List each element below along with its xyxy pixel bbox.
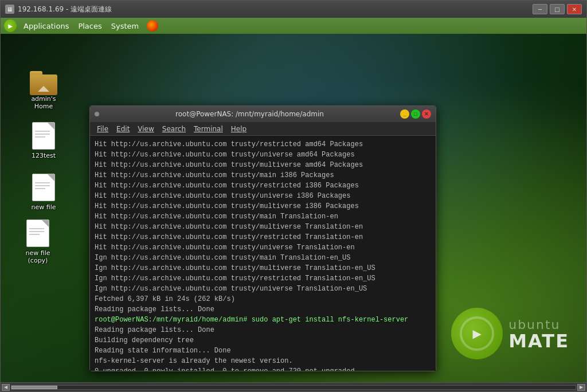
terminal-menu: File Edit View Search Terminal Help <box>90 122 436 136</box>
term-line-13: Ign http://us.archive.ubuntu.com trusty/… <box>95 273 431 284</box>
ubuntu-mate-logo: ▶ ubuntu MATE <box>451 308 569 359</box>
file-icon-newfile-copy-label: new file (copy) <box>17 249 58 264</box>
home-folder-icon <box>30 68 57 95</box>
scrollbar-area: ◀ ▶ <box>1 382 586 391</box>
term-line-12: Ign http://us.archive.ubuntu.com trusty/… <box>95 263 431 273</box>
scroll-right-button[interactable]: ▶ <box>577 384 585 391</box>
term-line-5: Hit http://us.archive.ubuntu.com trusty/… <box>95 191 431 201</box>
file-icon-newfile-label: new file <box>32 203 56 211</box>
terminal-title: root@PowerNAS: /mnt/myraid/home/admin <box>103 110 397 118</box>
file-icon-123test-label: 123test <box>32 152 56 159</box>
terminal-window: root@PowerNAS: /mnt/myraid/home/admin _ … <box>89 105 436 371</box>
maximize-button[interactable]: □ <box>550 4 565 14</box>
outer-window: 🖥 192.168.1.69 - 遠端桌面連線 ─ □ ✕ ▶ Applicat… <box>0 0 587 392</box>
mate-label: MATE <box>508 332 569 350</box>
term-line-21: nfs-kernel-server is already the newest … <box>95 356 431 366</box>
term-line-18: Reading package lists... Done <box>95 325 431 335</box>
term-line-17: root@PowerNAS:/mnt/myraid/home/admin# su… <box>95 315 431 325</box>
terminal-window-controls: _ □ ✕ <box>400 109 431 119</box>
term-line-14: Ign http://us.archive.ubuntu.com trusty/… <box>95 284 431 294</box>
scroll-track[interactable] <box>11 385 576 390</box>
terminal-menu-edit[interactable]: Edit <box>113 124 133 134</box>
title-bar-title: 192.168.1.69 - 遠端桌面連線 <box>18 5 112 14</box>
menu-bar: ▶ Applications Places System <box>1 18 586 34</box>
desktop-icon-123test[interactable]: 123test <box>21 120 66 162</box>
terminal-dot <box>95 112 99 116</box>
term-line-10: Hit http://us.archive.ubuntu.com trusty/… <box>95 242 431 253</box>
title-bar: 🖥 192.168.1.69 - 遠端桌面連線 ─ □ ✕ <box>1 1 586 18</box>
ubuntu-label: ubuntu <box>508 317 569 332</box>
term-line-19: Building dependency tree <box>95 335 431 346</box>
file-icon-newfile <box>32 174 55 201</box>
term-line-22: 0 upgraded, 0 newly installed, 0 to remo… <box>95 366 431 371</box>
term-line-0: Hit http://us.archive.ubuntu.com trusty/… <box>95 139 431 150</box>
terminal-content[interactable]: Hit http://us.archive.ubuntu.com trusty/… <box>90 136 436 371</box>
term-line-20: Reading state information... Done <box>95 346 431 356</box>
terminal-minimize-button[interactable]: _ <box>400 109 409 119</box>
window-icon: 🖥 <box>5 5 14 14</box>
desktop-icon-newfile[interactable]: new file <box>21 171 66 213</box>
term-line-6: Hit http://us.archive.ubuntu.com trusty/… <box>95 201 431 211</box>
term-line-9: Hit http://us.archive.ubuntu.com trusty/… <box>95 232 431 242</box>
title-bar-left: 🖥 192.168.1.69 - 遠端桌面連線 <box>5 5 112 14</box>
term-line-15: Fetched 6,397 kB in 24s (262 kB/s) <box>95 294 431 304</box>
scroll-thumb[interactable] <box>11 386 57 389</box>
terminal-menu-file[interactable]: File <box>93 124 112 134</box>
desktop-icon-newfile-copy[interactable]: new file (copy) <box>15 217 61 266</box>
term-line-4: Hit http://us.archive.ubuntu.com trusty/… <box>95 181 431 191</box>
home-icon-label: admin's Home <box>23 95 64 110</box>
firefox-icon[interactable] <box>147 20 158 32</box>
terminal-title-bar: root@PowerNAS: /mnt/myraid/home/admin _ … <box>90 106 436 122</box>
term-line-7: Hit http://us.archive.ubuntu.com trusty/… <box>95 211 431 222</box>
menu-system[interactable]: System <box>107 21 143 32</box>
close-button[interactable]: ✕ <box>567 4 582 14</box>
terminal-menu-search[interactable]: Search <box>159 124 189 134</box>
terminal-menu-terminal[interactable]: Terminal <box>190 124 226 134</box>
mate-arrow-icon: ▶ <box>472 327 481 340</box>
term-line-1: Hit http://us.archive.ubuntu.com trusty/… <box>95 150 431 160</box>
terminal-maximize-button[interactable]: □ <box>411 109 420 119</box>
term-line-8: Hit http://us.archive.ubuntu.com trusty/… <box>95 222 431 232</box>
menu-places[interactable]: Places <box>73 21 106 32</box>
terminal-menu-help[interactable]: Help <box>228 124 250 134</box>
scroll-left-button[interactable]: ◀ <box>2 384 10 391</box>
term-line-16: Reading package lists... Done <box>95 304 431 315</box>
file-icon-newfile-copy <box>26 219 49 247</box>
ubuntu-mate-text: ubuntu MATE <box>508 317 569 350</box>
title-bar-controls: ─ □ ✕ <box>533 4 582 14</box>
desktop: admin's Home 123test <box>1 34 586 382</box>
mate-circle-icon: ▶ <box>451 308 503 359</box>
desktop-icon-home[interactable]: admin's Home <box>21 65 66 112</box>
terminal-menu-view[interactable]: View <box>134 124 157 134</box>
ubuntu-mate-icon: ▶ <box>4 19 17 32</box>
file-icon-123test <box>32 122 55 150</box>
terminal-close-button[interactable]: ✕ <box>422 109 431 119</box>
mate-circle-inner: ▶ <box>460 316 494 351</box>
term-line-11: Ign http://us.archive.ubuntu.com trusty/… <box>95 253 431 263</box>
term-line-2: Hit http://us.archive.ubuntu.com trusty/… <box>95 160 431 170</box>
term-line-3: Hit http://us.archive.ubuntu.com trusty/… <box>95 170 431 181</box>
minimize-button[interactable]: ─ <box>533 4 547 14</box>
menu-applications[interactable]: Applications <box>19 21 73 32</box>
